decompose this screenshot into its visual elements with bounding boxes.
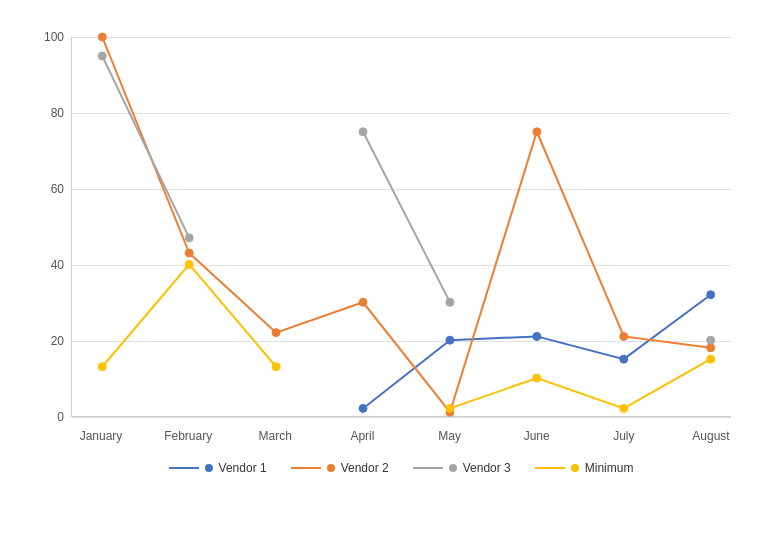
- y-axis-label: 100: [44, 30, 64, 44]
- y-axis-label: 60: [51, 182, 64, 196]
- legend-label: Minimum: [585, 461, 634, 475]
- data-point: [533, 127, 541, 135]
- data-point: [533, 332, 541, 340]
- legend-line-color: [169, 467, 199, 469]
- x-axis-labels: JanuaryFebruaryMarchAprilMayJuneJulyAugu…: [71, 425, 731, 445]
- series-line: [102, 55, 189, 237]
- data-point: [185, 249, 193, 257]
- data-point: [185, 233, 193, 241]
- series-line: [450, 359, 711, 408]
- y-axis-label: 0: [57, 410, 64, 424]
- data-point: [272, 362, 280, 370]
- data-point: [533, 374, 541, 382]
- data-point: [620, 332, 628, 340]
- chart-container: 020406080100 JanuaryFebruaryMarchAprilMa…: [11, 17, 751, 537]
- x-axis-label: March: [235, 429, 315, 443]
- chart-svg: [72, 37, 731, 416]
- x-axis-label: July: [584, 429, 664, 443]
- y-axis-label: 20: [51, 334, 64, 348]
- legend-line-color: [535, 467, 565, 469]
- data-point: [446, 336, 454, 344]
- data-point: [272, 328, 280, 336]
- legend-dot: [571, 464, 579, 472]
- series-line: [363, 294, 711, 408]
- data-point: [446, 404, 454, 412]
- legend-item: Vendor 1: [169, 461, 267, 475]
- y-axis-label: 80: [51, 106, 64, 120]
- legend: Vendor 1Vendor 2Vendor 3Minimum: [71, 461, 731, 475]
- legend-item: Vendor 3: [413, 461, 511, 475]
- legend-dot: [449, 464, 457, 472]
- legend-label: Vendor 1: [219, 461, 267, 475]
- data-point: [98, 33, 106, 41]
- legend-label: Vendor 3: [463, 461, 511, 475]
- x-axis-label: May: [410, 429, 490, 443]
- data-point: [620, 355, 628, 363]
- series-line: [102, 37, 710, 412]
- legend-label: Vendor 2: [341, 461, 389, 475]
- data-point: [98, 362, 106, 370]
- data-point: [707, 343, 715, 351]
- x-axis-label: August: [671, 429, 751, 443]
- x-axis-label: April: [322, 429, 402, 443]
- data-point: [620, 404, 628, 412]
- legend-dot: [327, 464, 335, 472]
- series-line: [363, 131, 450, 302]
- legend-item: Minimum: [535, 461, 634, 475]
- data-point: [359, 127, 367, 135]
- x-axis-label: January: [61, 429, 141, 443]
- data-point: [707, 336, 715, 344]
- legend-dot: [205, 464, 213, 472]
- x-axis-label: June: [497, 429, 577, 443]
- data-point: [707, 290, 715, 298]
- legend-line-color: [413, 467, 443, 469]
- data-point: [359, 298, 367, 306]
- data-point: [707, 355, 715, 363]
- data-point: [359, 404, 367, 412]
- x-axis-label: February: [148, 429, 228, 443]
- data-point: [185, 260, 193, 268]
- chart-area: 020406080100: [71, 37, 731, 417]
- data-point: [446, 298, 454, 306]
- data-point: [98, 51, 106, 59]
- legend-line-color: [291, 467, 321, 469]
- series-line: [102, 264, 276, 366]
- legend-item: Vendor 2: [291, 461, 389, 475]
- y-axis-label: 40: [51, 258, 64, 272]
